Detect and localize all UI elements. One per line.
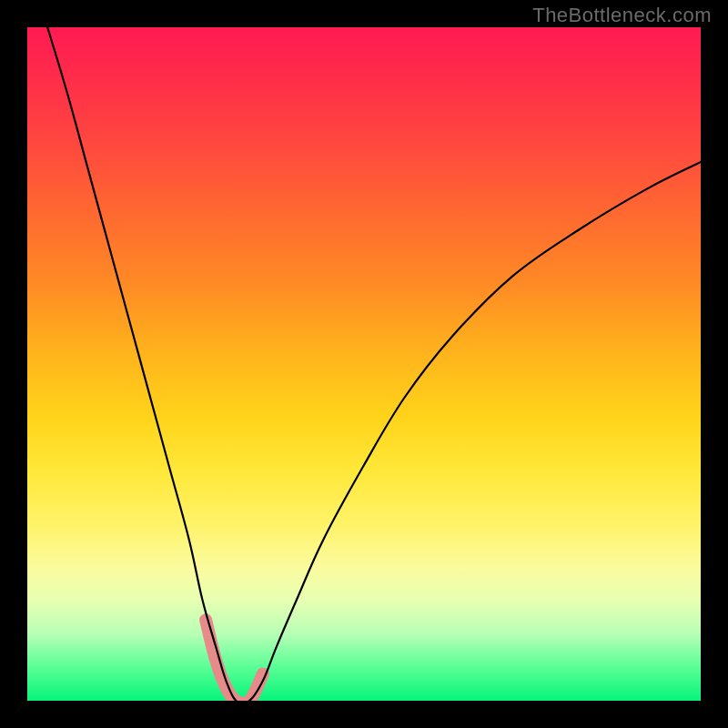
curves-svg [27,27,701,701]
highlight-segment-path [206,620,263,701]
watermark-text: TheBottleneck.com [532,4,712,27]
bottleneck-curve-path [47,27,701,701]
chart-frame: TheBottleneck.com [0,0,728,728]
plot-area [27,27,701,701]
